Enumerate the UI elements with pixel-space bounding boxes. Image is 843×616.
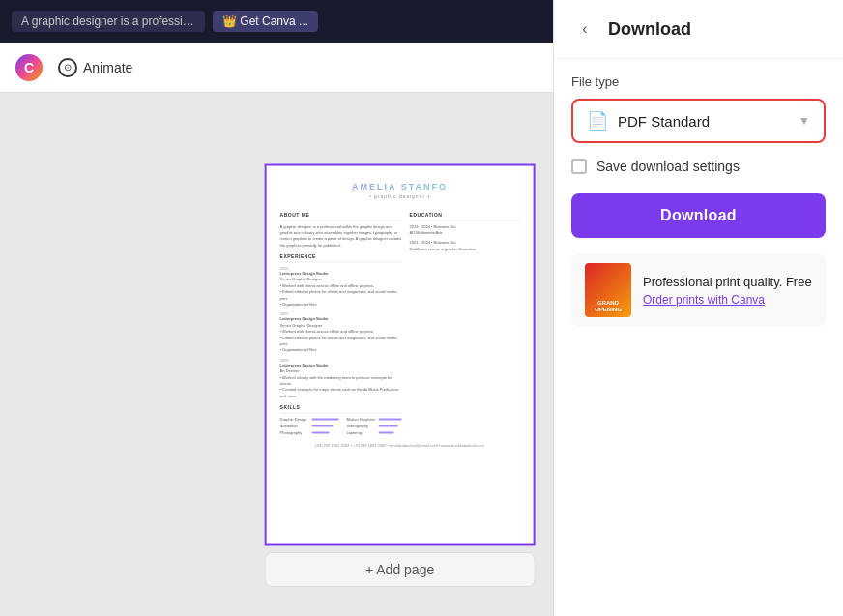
download-button-label: Download: [660, 207, 737, 223]
add-page-label: + Add page: [365, 562, 434, 577]
file-type-icon: 📄: [587, 110, 608, 132]
animate-icon: ⊙: [58, 58, 77, 77]
add-page-button[interactable]: + Add page: [265, 552, 536, 587]
tab-canva-label: Get Canva ...: [240, 15, 308, 28]
download-button[interactable]: Download: [571, 193, 826, 238]
print-quality-text: Professional print quality. Free Order p…: [643, 275, 812, 307]
about-text: A graphic designer is a professional wit…: [280, 223, 402, 249]
print-quality-title: Professional print quality. Free: [643, 275, 812, 289]
crown-icon: 👑: [222, 15, 237, 28]
print-quality-thumbnail: GRANDOPENING: [585, 263, 631, 317]
skills-section: SKILLS: [280, 404, 402, 410]
back-button[interactable]: ‹: [571, 15, 598, 43]
file-type-select[interactable]: 📄 PDF Standard ▼: [571, 99, 826, 143]
chevron-down-icon: ▼: [799, 114, 810, 128]
doc-contact: (04) 299 1891 3302 • +70 099 1892 3300 •…: [280, 443, 520, 448]
file-type-label: File type: [571, 74, 826, 89]
panel-header: ‹ Download: [554, 0, 843, 59]
save-settings-label: Save download settings: [596, 159, 740, 174]
back-icon: ‹: [582, 20, 587, 38]
download-panel: ‹ Download File type 📄 PDF Standard ▼ Sa…: [553, 0, 843, 616]
canva-logo[interactable]: C: [15, 54, 43, 81]
document-preview: AMELIA STANFO • graphic designer • ABOUT…: [265, 163, 536, 545]
order-prints-link[interactable]: Order prints with Canva: [643, 293, 812, 307]
save-settings-row: Save download settings: [571, 159, 826, 174]
experience-section: EXPERIENCE: [280, 253, 402, 259]
save-settings-checkbox[interactable]: [571, 159, 587, 174]
panel-body: File type 📄 PDF Standard ▼ Save download…: [554, 59, 843, 616]
file-type-value: PDF Standard: [618, 113, 710, 130]
about-section: ABOUT ME: [280, 211, 402, 217]
animate-button[interactable]: ⊙ Animate: [58, 58, 132, 77]
tab-canva[interactable]: 👑 Get Canva ...: [213, 11, 318, 32]
tab-designer[interactable]: A graphic designer is a professional wit…: [12, 11, 205, 32]
doc-subtitle: • graphic designer •: [280, 192, 520, 198]
education-section: EDUCATION: [410, 211, 520, 217]
print-quality-row: GRANDOPENING Professional print quality.…: [571, 253, 826, 327]
animate-label: Animate: [83, 60, 132, 75]
doc-name: AMELIA STANFO: [280, 181, 520, 191]
tab-designer-label: A graphic designer is a professional wit…: [21, 15, 205, 28]
panel-title: Download: [608, 19, 691, 40]
